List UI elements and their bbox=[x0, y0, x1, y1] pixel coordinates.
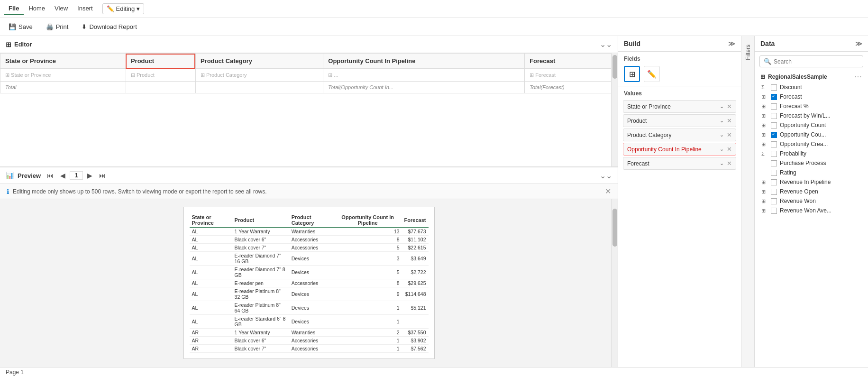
value-row-item[interactable]: State or Province ⌄ ✕ bbox=[623, 100, 736, 113]
data-field-item[interactable]: Σ Probability bbox=[755, 149, 868, 158]
value-chevron-icon[interactable]: ⌄ bbox=[720, 103, 724, 110]
table-view-btn[interactable]: ⊞ bbox=[624, 66, 640, 82]
field-name-label: Rating bbox=[780, 169, 796, 176]
value-chevron-icon[interactable]: ⌄ bbox=[720, 118, 724, 124]
total-product bbox=[126, 82, 195, 93]
value-chevron-icon[interactable]: ⌄ bbox=[720, 132, 724, 138]
editor-title: Editor bbox=[14, 41, 32, 48]
preview-table-row: ALE-reader Diamond 7" 8 GBDevices5$2,722 bbox=[190, 266, 429, 279]
value-remove-btn[interactable]: ✕ bbox=[727, 117, 732, 124]
data-panel: Data ≫ 🔍 ⊞ RegionalSalesSample ··· Σ Dis… bbox=[754, 36, 868, 377]
field-checkbox[interactable] bbox=[771, 103, 777, 110]
next-page-btn[interactable]: ▶ bbox=[85, 171, 95, 180]
field-checkbox[interactable] bbox=[771, 122, 777, 129]
data-title: Data bbox=[760, 40, 775, 47]
preview-scrollbar[interactable] bbox=[611, 199, 618, 377]
value-remove-btn[interactable]: ✕ bbox=[727, 160, 732, 167]
field-checkbox[interactable] bbox=[771, 208, 777, 214]
last-page-btn[interactable]: ⏭ bbox=[97, 171, 108, 180]
download-button[interactable]: ⬇ Download Report bbox=[79, 22, 139, 32]
preview-cell: AL bbox=[190, 228, 232, 236]
field-checkbox[interactable] bbox=[771, 84, 777, 91]
preview-table-row: ALE-reader penAccessories8$29,625 bbox=[190, 279, 429, 287]
value-label: State or Province bbox=[627, 103, 671, 110]
preview-scrollbar-thumb[interactable] bbox=[612, 209, 617, 247]
value-chevron-icon[interactable]: ⌄ bbox=[720, 160, 724, 166]
data-field-item[interactable]: ⊞ Revenue Open bbox=[755, 187, 868, 196]
value-row-item[interactable]: Product Category ⌄ ✕ bbox=[623, 129, 736, 141]
info-bar: ℹ Editing mode only shows up to 500 rows… bbox=[0, 184, 618, 199]
value-row-item[interactable]: Product ⌄ ✕ bbox=[623, 114, 736, 127]
preview-data-table: State or Province Product Product Catego… bbox=[190, 213, 429, 353]
print-button[interactable]: 🖨️ Print bbox=[43, 22, 72, 32]
value-row-item[interactable]: Forecast ⌄ ✕ bbox=[623, 157, 736, 170]
data-field-item[interactable]: ⊞ Revenue Won bbox=[755, 196, 868, 206]
prev-page-btn[interactable]: ◀ bbox=[58, 171, 68, 180]
preview-table-row: ARBlack cover 7"Accessories1$7,562 bbox=[190, 345, 429, 353]
edit-field-btn[interactable]: ✏️ bbox=[644, 66, 660, 82]
value-remove-btn[interactable]: ✕ bbox=[727, 146, 732, 153]
field-type-icon: ⊞ bbox=[761, 141, 768, 147]
field-checkbox[interactable] bbox=[771, 141, 777, 147]
field-type-icon: ⊞ bbox=[761, 179, 768, 185]
save-button[interactable]: 💾 Save bbox=[6, 22, 36, 32]
value-row-item[interactable]: Opportunity Count In Pipeline ⌄ ✕ bbox=[623, 143, 736, 156]
data-field-item[interactable]: Σ Discount bbox=[755, 83, 868, 92]
first-page-btn[interactable]: ⏮ bbox=[45, 171, 56, 180]
col-category-header: Product Category bbox=[195, 54, 323, 69]
data-field-item[interactable]: ⊞ Opportunity Count bbox=[755, 120, 868, 130]
preview-header-row: State or Province Product Product Catego… bbox=[190, 213, 429, 228]
field-checkbox[interactable] bbox=[771, 198, 777, 204]
data-field-item[interactable]: ⊞ Forecast % bbox=[755, 101, 868, 111]
data-search-box[interactable]: 🔍 bbox=[759, 55, 863, 67]
value-remove-btn[interactable]: ✕ bbox=[727, 103, 732, 110]
field-checkbox[interactable] bbox=[771, 160, 777, 166]
data-field-item[interactable]: ⊞ Forecast bbox=[755, 92, 868, 101]
data-field-item[interactable]: ⊞ Revenue In Pipeline bbox=[755, 177, 868, 187]
data-field-item[interactable]: Rating bbox=[755, 168, 868, 177]
preview-cell: 1 bbox=[334, 337, 402, 345]
data-field-item[interactable]: ⊞ Forecast by Win/L... bbox=[755, 111, 868, 120]
table-scrollbar-thumb[interactable] bbox=[612, 55, 617, 79]
field-checkbox[interactable] bbox=[771, 132, 777, 138]
total-state: Total bbox=[0, 82, 126, 93]
editing-button[interactable]: ✏️ Editing ▾ bbox=[102, 3, 145, 14]
data-field-item[interactable]: ⊞ Opportunity Crea... bbox=[755, 139, 868, 149]
field-checkbox[interactable] bbox=[771, 170, 777, 176]
build-collapse-btn[interactable]: ≫ bbox=[728, 40, 735, 47]
menu-home[interactable]: Home bbox=[24, 3, 50, 15]
field-checkbox[interactable] bbox=[771, 94, 777, 100]
preview-collapse-btn[interactable]: ⌄⌄ bbox=[600, 171, 612, 180]
preview-cell: AR bbox=[190, 329, 232, 337]
table-scrollbar[interactable] bbox=[611, 53, 618, 166]
data-field-item[interactable]: ⊞ Revenue Won Ave... bbox=[755, 206, 868, 215]
data-field-item[interactable]: ⊞ Opportunity Cou... bbox=[755, 130, 868, 139]
preview-cell: Devices bbox=[289, 315, 334, 329]
value-remove-btn[interactable]: ✕ bbox=[727, 131, 732, 138]
menu-view[interactable]: View bbox=[50, 3, 73, 15]
search-input[interactable] bbox=[774, 58, 859, 65]
field-checkbox[interactable] bbox=[771, 179, 777, 185]
field-checkbox[interactable] bbox=[771, 113, 777, 119]
info-close-btn[interactable]: ✕ bbox=[605, 187, 611, 196]
preview-table-row: AL1 Year WarrantyWarranties13$77,673 bbox=[190, 228, 429, 236]
field-type-icon: ⊞ bbox=[761, 132, 768, 138]
preview-cell: AL bbox=[190, 287, 232, 301]
field-type-icon: ⊞ bbox=[761, 189, 768, 195]
menu-file[interactable]: File bbox=[4, 3, 24, 15]
menu-insert[interactable]: Insert bbox=[73, 3, 98, 15]
preview-cell: $11,102 bbox=[402, 236, 429, 244]
data-table-name[interactable]: ⊞ RegionalSalesSample ··· bbox=[755, 71, 868, 83]
field-checkbox[interactable] bbox=[771, 189, 777, 195]
value-chevron-icon[interactable]: ⌄ bbox=[720, 146, 724, 152]
filters-label[interactable]: Filters bbox=[745, 45, 751, 60]
table-options-icon[interactable]: ··· bbox=[855, 74, 862, 80]
data-field-item[interactable]: Purchase Process bbox=[755, 158, 868, 168]
col-product-header[interactable]: Product bbox=[126, 54, 195, 69]
editor-collapse-btn[interactable]: ⌄⌄ bbox=[600, 40, 612, 49]
preview-table-row: ALBlack cover 7"Accessories5$22,615 bbox=[190, 244, 429, 252]
pencil-icon: ✏️ bbox=[107, 5, 114, 12]
data-collapse-btn[interactable]: ≫ bbox=[855, 40, 862, 47]
field-type-icon: ⊞ bbox=[761, 103, 768, 110]
field-checkbox[interactable] bbox=[771, 151, 777, 157]
